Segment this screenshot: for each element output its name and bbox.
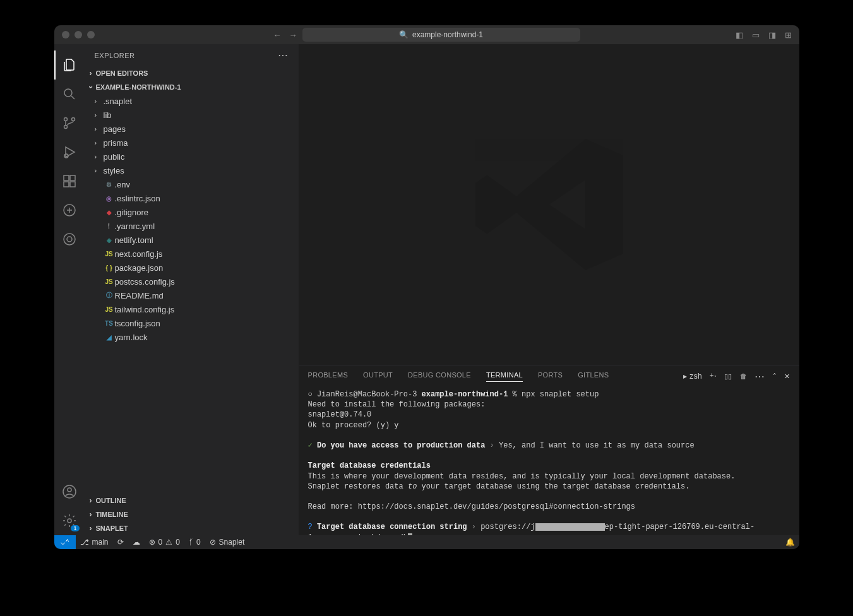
section-open-editors[interactable]: › OPEN EDITORS xyxy=(85,66,299,80)
tab-problems[interactable]: PROBLEMS xyxy=(308,371,349,381)
file-item[interactable]: JSnext.config.js xyxy=(85,247,299,261)
tab-debug-console[interactable]: DEBUG CONSOLE xyxy=(408,371,471,381)
chevron-right-icon: › xyxy=(95,125,104,133)
toggle-bottom-panel-icon[interactable]: ▭ xyxy=(752,30,760,40)
toggle-secondary-sidebar-icon[interactable]: ◨ xyxy=(768,30,776,40)
explorer-sidebar: EXPLORER ⋯ › OPEN EDITORS › EXAMPLE-NORT… xyxy=(85,44,299,535)
file-item[interactable]: TStsconfig.json xyxy=(85,316,299,330)
section-snaplet[interactable]: › SNAPLET xyxy=(85,521,299,535)
activity-run-debug[interactable] xyxy=(54,138,85,167)
branch-icon xyxy=(62,116,77,131)
folder-item[interactable]: ›.snaplet xyxy=(85,94,299,108)
chevron-right-icon: › xyxy=(95,153,104,160)
split-terminal-icon[interactable]: ▯▯ xyxy=(724,372,732,381)
nav-forward-icon[interactable]: → xyxy=(289,30,297,40)
file-item[interactable]: ⓘREADME.md xyxy=(85,288,299,302)
chevron-right-icon: › xyxy=(95,111,104,119)
item-label: lib xyxy=(104,110,112,120)
status-problems[interactable]: ⊗0 ⚠0 xyxy=(145,538,184,547)
panel-more-icon[interactable]: ⋯ xyxy=(755,370,765,382)
explorer-more-icon[interactable]: ⋯ xyxy=(278,49,289,61)
terminal-output[interactable]: ○ JianReis@MacBook-Pro-3 example-northwi… xyxy=(299,387,799,535)
panel-close-icon[interactable]: ✕ xyxy=(784,372,790,381)
item-label: tsconfig.json xyxy=(115,319,160,328)
folder-item[interactable]: ›public xyxy=(85,150,299,163)
status-branch[interactable]: ⎇ main xyxy=(76,538,113,547)
status-cloud[interactable]: ☁ xyxy=(128,538,145,547)
item-label: tailwind.config.js xyxy=(115,305,175,314)
file-item[interactable]: ◈netlify.toml xyxy=(85,233,299,247)
activity-docker[interactable] xyxy=(54,196,85,225)
snaplet-icon xyxy=(62,232,77,247)
window-controls[interactable] xyxy=(62,31,95,38)
terminal-shell-select[interactable]: ▸ zsh xyxy=(683,372,702,381)
file-item[interactable]: JStailwind.config.js xyxy=(85,302,299,316)
activity-explorer[interactable] xyxy=(54,50,85,80)
folder-item[interactable]: ›prisma xyxy=(85,136,299,150)
folder-item[interactable]: ›pages xyxy=(85,122,299,136)
status-notifications[interactable]: 🔔 xyxy=(781,538,799,547)
activity-search[interactable] xyxy=(54,80,85,109)
status-snaplet[interactable]: ⊘ Snaplet xyxy=(205,538,249,547)
js-icon: JS xyxy=(104,306,115,313)
item-label: .snaplet xyxy=(104,97,133,106)
file-tree: ›.snaplet›lib›pages›prisma›public›styles… xyxy=(85,94,299,494)
item-label: .gitignore xyxy=(115,208,148,217)
new-terminal-dropdown-icon[interactable]: +˅ xyxy=(710,371,717,381)
eslint-icon: ◎ xyxy=(104,195,115,202)
activity-accounts[interactable] xyxy=(54,477,85,506)
folder-item[interactable]: ›styles xyxy=(85,163,299,177)
vscode-watermark-icon xyxy=(467,122,631,287)
cloud-icon: ☁ xyxy=(133,538,140,547)
section-project[interactable]: › EXAMPLE-NORTHWIND-1 xyxy=(85,80,299,94)
nav-back-icon[interactable]: ← xyxy=(273,30,282,40)
file-item[interactable]: ◢yarn.lock xyxy=(85,330,299,344)
tab-terminal[interactable]: TERMINAL xyxy=(486,371,523,382)
status-sync[interactable]: ⟳ xyxy=(113,538,128,547)
tab-gitlens[interactable]: GITLENS xyxy=(578,371,609,381)
layout-customize-icon[interactable]: ⊞ xyxy=(785,30,792,40)
status-remote[interactable]: ⌵⌃ xyxy=(54,535,76,549)
file-item[interactable]: JSpostcss.config.js xyxy=(85,275,299,288)
file-item[interactable]: ⚙.env xyxy=(85,177,299,191)
close-dot-icon[interactable] xyxy=(62,31,69,38)
debug-icon xyxy=(62,145,77,160)
editor-area xyxy=(299,44,799,365)
folder-item[interactable]: ›lib xyxy=(85,108,299,122)
tab-output[interactable]: OUTPUT xyxy=(363,371,393,381)
item-label: .env xyxy=(115,180,131,189)
activity-settings[interactable]: 1 xyxy=(54,506,85,535)
chevron-right-icon: › xyxy=(86,524,96,533)
svg-point-0 xyxy=(64,89,72,97)
maximize-dot-icon[interactable] xyxy=(87,31,95,38)
file-item[interactable]: { }package.json xyxy=(85,261,299,275)
activity-extensions[interactable] xyxy=(54,167,85,196)
section-timeline[interactable]: › TIMELINE xyxy=(85,507,299,521)
git-icon: ◆ xyxy=(104,209,115,216)
activity-source-control[interactable] xyxy=(54,109,85,138)
ts-icon: TS xyxy=(104,320,115,327)
tab-ports[interactable]: PORTS xyxy=(538,371,563,381)
command-center[interactable]: 🔍 example-northwind-1 xyxy=(302,28,580,42)
toggle-panel-icon[interactable]: ◧ xyxy=(736,30,743,40)
status-ports[interactable]: ᚶ0 xyxy=(184,538,205,547)
extensions-icon xyxy=(62,174,77,189)
minimize-dot-icon[interactable] xyxy=(75,31,82,38)
file-item[interactable]: !.yarnrc.yml xyxy=(85,219,299,233)
item-label: package.json xyxy=(115,263,164,273)
search-icon xyxy=(62,86,77,102)
file-item[interactable]: ◎.eslintrc.json xyxy=(85,191,299,205)
file-item[interactable]: ◆.gitignore xyxy=(85,205,299,219)
account-icon xyxy=(62,484,77,499)
kill-terminal-icon[interactable]: 🗑 xyxy=(740,372,747,380)
info-icon: ⓘ xyxy=(104,291,115,300)
panel-chevron-up-icon[interactable]: ˄ xyxy=(773,372,777,381)
terminal-profile-icon: ▸ xyxy=(683,372,687,381)
status-bar: ⌵⌃ ⎇ main ⟳ ☁ ⊗0 ⚠0 ᚶ0 ⊘ Snaplet 🔔 xyxy=(54,535,799,549)
section-outline[interactable]: › OUTLINE xyxy=(85,494,299,507)
activity-snaplet[interactable] xyxy=(54,225,85,254)
svg-rect-6 xyxy=(64,182,69,187)
search-icon: 🔍 xyxy=(399,30,409,39)
chevron-right-icon: › xyxy=(95,139,104,146)
js-icon: JS xyxy=(104,251,115,258)
